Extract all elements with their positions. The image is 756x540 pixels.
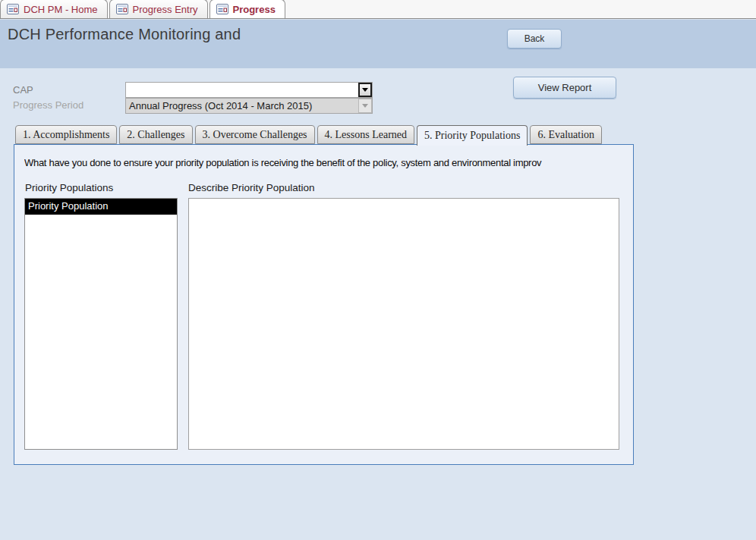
dropdown-arrow-icon[interactable] [358,83,372,97]
describe-priority-population-label: Describe Priority Population [188,182,315,193]
page-title: DCH Performance Monitoring and [8,26,241,43]
cap-combobox[interactable] [125,82,373,98]
tab-lessons-learned[interactable]: 4. Lessons Learned [317,125,414,144]
doc-tab-label: Progress Entry [133,4,198,15]
header-band: DCH Performance Monitoring and Back [0,20,756,68]
tab-evaluation[interactable]: 6. Evaluation [530,125,602,144]
view-report-button[interactable]: View Report [513,77,616,99]
doc-tab-label: DCH PM - Home [24,4,98,15]
priority-populations-listbox[interactable]: Priority Population [24,198,178,450]
doc-tab-label: Progress [233,4,276,15]
form-icon [216,4,228,14]
form-icon [7,4,19,14]
dropdown-arrow-disabled-icon [358,99,372,113]
application-window: DCH PM - Home Progress Entry [0,0,756,540]
doc-tab-dch-pm-home[interactable]: DCH PM - Home [0,0,108,18]
doc-tab-progress-entry[interactable]: Progress Entry [109,0,208,18]
doc-tab-progress[interactable]: Progress [209,0,285,18]
progress-period-label: Progress Period [13,99,83,111]
document-tab-bar: DCH PM - Home Progress Entry [0,0,756,19]
form-tab-strip: 1. Accomplishments 2. Challenges 3. Over… [15,125,602,146]
back-button[interactable]: Back [507,29,562,49]
tab-challenges[interactable]: 2. Challenges [119,125,192,144]
cap-label: CAP [13,84,33,96]
priority-populations-list-label: Priority Populations [25,182,113,193]
question-text: What have you done to ensure your priori… [24,157,632,168]
progress-period-combobox: Annual Progress (Oct 2014 - March 2015) [125,98,373,114]
tab-overcome-challenges[interactable]: 3. Overcome Challenges [195,125,315,144]
tab-accomplishments[interactable]: 1. Accomplishments [15,125,117,144]
form-icon [116,4,128,14]
list-item[interactable]: Priority Population [25,199,177,215]
progress-period-combobox-value: Annual Progress (Oct 2014 - March 2015) [126,100,358,111]
describe-priority-population-input[interactable] [188,198,619,450]
tab-priority-populations[interactable]: 5. Priority Populations [417,125,528,146]
priority-populations-panel: What have you done to ensure your priori… [14,144,634,465]
